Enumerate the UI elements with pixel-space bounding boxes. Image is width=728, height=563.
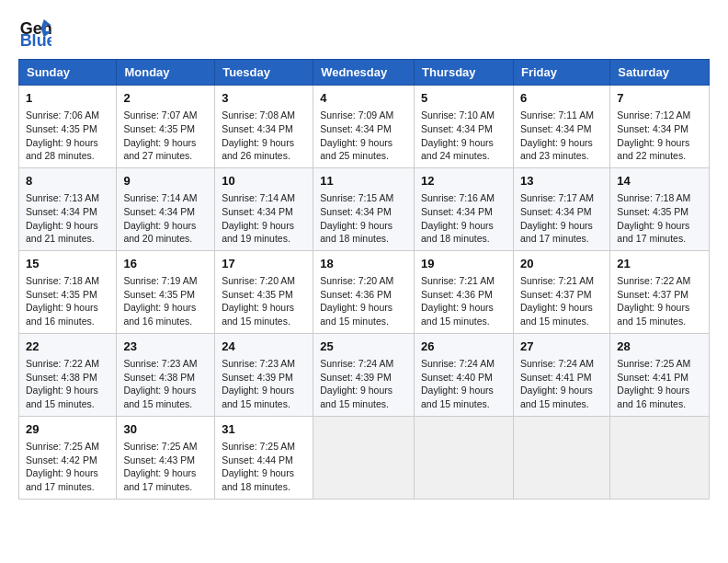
day-number: 24: [222, 339, 306, 355]
day-number: 1: [26, 90, 109, 107]
day-number: 28: [617, 339, 702, 355]
cell-info: Sunrise: 7:23 AMSunset: 4:39 PMDaylight:…: [222, 358, 295, 409]
calendar-cell: 9 Sunrise: 7:14 AMSunset: 4:34 PMDayligh…: [117, 167, 215, 250]
calendar-cell: 1 Sunrise: 7:06 AMSunset: 4:35 PMDayligh…: [19, 86, 117, 168]
calendar-cell: 21 Sunrise: 7:22 AMSunset: 4:37 PMDaylig…: [610, 250, 710, 333]
day-number: 29: [26, 421, 109, 438]
cell-info: Sunrise: 7:21 AMSunset: 4:36 PMDaylight:…: [421, 275, 495, 327]
day-number: 30: [123, 421, 208, 438]
cell-info: Sunrise: 7:18 AMSunset: 4:35 PMDaylight:…: [26, 275, 99, 327]
cell-info: Sunrise: 7:14 AMSunset: 4:34 PMDaylight:…: [123, 192, 197, 244]
cell-info: Sunrise: 7:25 AMSunset: 4:43 PMDaylight:…: [123, 441, 197, 492]
cell-info: Sunrise: 7:22 AMSunset: 4:38 PMDaylight:…: [26, 358, 99, 409]
day-number: 8: [26, 173, 109, 190]
day-number: 10: [222, 173, 306, 190]
calendar-cell: 14 Sunrise: 7:18 AMSunset: 4:35 PMDaylig…: [610, 167, 710, 250]
calendar-cell: 28 Sunrise: 7:25 AMSunset: 4:41 PMDaylig…: [610, 333, 710, 416]
cell-info: Sunrise: 7:24 AMSunset: 4:39 PMDaylight:…: [320, 358, 393, 409]
calendar-cell: 5 Sunrise: 7:10 AMSunset: 4:34 PMDayligh…: [415, 86, 514, 168]
calendar-cell: [415, 416, 514, 499]
calendar-cell: 23 Sunrise: 7:23 AMSunset: 4:38 PMDaylig…: [117, 333, 215, 416]
logo: General Blue: [18, 15, 51, 48]
cell-info: Sunrise: 7:25 AMSunset: 4:44 PMDaylight:…: [222, 441, 295, 492]
calendar-cell: 15 Sunrise: 7:18 AMSunset: 4:35 PMDaylig…: [19, 250, 117, 333]
day-number: 7: [617, 90, 702, 107]
calendar-cell: 29 Sunrise: 7:25 AMSunset: 4:42 PMDaylig…: [19, 416, 117, 499]
day-number: 14: [617, 173, 702, 190]
day-number: 19: [421, 256, 506, 272]
calendar-cell: [513, 416, 609, 499]
calendar-cell: 6 Sunrise: 7:11 AMSunset: 4:34 PMDayligh…: [513, 86, 609, 168]
cell-info: Sunrise: 7:12 AMSunset: 4:34 PMDaylight:…: [617, 109, 690, 161]
calendar-cell: 27 Sunrise: 7:24 AMSunset: 4:41 PMDaylig…: [513, 333, 609, 416]
cell-info: Sunrise: 7:10 AMSunset: 4:34 PMDaylight:…: [421, 109, 495, 161]
calendar-cell: 31 Sunrise: 7:25 AMSunset: 4:44 PMDaylig…: [215, 416, 313, 499]
calendar-cell: 2 Sunrise: 7:07 AMSunset: 4:35 PMDayligh…: [117, 86, 215, 168]
cell-info: Sunrise: 7:17 AMSunset: 4:34 PMDaylight:…: [520, 192, 594, 244]
cell-info: Sunrise: 7:25 AMSunset: 4:42 PMDaylight:…: [26, 441, 99, 492]
calendar-week-1: 1 Sunrise: 7:06 AMSunset: 4:35 PMDayligh…: [19, 86, 710, 168]
cell-info: Sunrise: 7:16 AMSunset: 4:34 PMDaylight:…: [421, 192, 495, 244]
calendar-cell: [610, 416, 710, 499]
calendar-cell: 20 Sunrise: 7:21 AMSunset: 4:37 PMDaylig…: [513, 250, 609, 333]
cell-info: Sunrise: 7:06 AMSunset: 4:35 PMDaylight:…: [26, 109, 99, 161]
calendar-header-tuesday: Tuesday: [215, 60, 313, 86]
cell-info: Sunrise: 7:20 AMSunset: 4:35 PMDaylight:…: [222, 275, 295, 327]
cell-info: Sunrise: 7:15 AMSunset: 4:34 PMDaylight:…: [320, 192, 393, 244]
day-number: 17: [222, 256, 306, 272]
cell-info: Sunrise: 7:24 AMSunset: 4:40 PMDaylight:…: [421, 358, 495, 409]
calendar-header-monday: Monday: [117, 60, 215, 86]
calendar-week-2: 8 Sunrise: 7:13 AMSunset: 4:34 PMDayligh…: [19, 167, 710, 250]
day-number: 23: [123, 339, 208, 355]
day-number: 12: [421, 173, 506, 190]
header: General Blue: [18, 15, 710, 48]
calendar-cell: 22 Sunrise: 7:22 AMSunset: 4:38 PMDaylig…: [19, 333, 117, 416]
calendar-cell: 18 Sunrise: 7:20 AMSunset: 4:36 PMDaylig…: [313, 250, 415, 333]
day-number: 4: [320, 90, 407, 107]
cell-info: Sunrise: 7:21 AMSunset: 4:37 PMDaylight:…: [520, 275, 594, 327]
day-number: 21: [617, 256, 702, 272]
calendar-cell: [313, 416, 415, 499]
calendar-header-row: SundayMondayTuesdayWednesdayThursdayFrid…: [19, 60, 710, 86]
day-number: 6: [520, 90, 603, 107]
cell-info: Sunrise: 7:25 AMSunset: 4:41 PMDaylight:…: [617, 358, 690, 409]
general-blue-logo-icon: General Blue: [18, 15, 51, 48]
calendar-table: SundayMondayTuesdayWednesdayThursdayFrid…: [18, 59, 710, 500]
day-number: 18: [320, 256, 407, 272]
day-number: 20: [520, 256, 603, 272]
day-number: 31: [222, 421, 306, 438]
calendar-cell: 7 Sunrise: 7:12 AMSunset: 4:34 PMDayligh…: [610, 86, 710, 168]
cell-info: Sunrise: 7:18 AMSunset: 4:35 PMDaylight:…: [617, 192, 690, 244]
cell-info: Sunrise: 7:22 AMSunset: 4:37 PMDaylight:…: [617, 275, 690, 327]
calendar-header-sunday: Sunday: [19, 60, 117, 86]
day-number: 27: [520, 339, 603, 355]
calendar-header-wednesday: Wednesday: [313, 60, 415, 86]
calendar-week-4: 22 Sunrise: 7:22 AMSunset: 4:38 PMDaylig…: [19, 333, 710, 416]
cell-info: Sunrise: 7:08 AMSunset: 4:34 PMDaylight:…: [222, 109, 295, 161]
day-number: 5: [421, 90, 506, 107]
day-number: 13: [520, 173, 603, 190]
day-number: 3: [222, 90, 306, 107]
calendar-cell: 10 Sunrise: 7:14 AMSunset: 4:34 PMDaylig…: [215, 167, 313, 250]
calendar-cell: 8 Sunrise: 7:13 AMSunset: 4:34 PMDayligh…: [19, 167, 117, 250]
cell-info: Sunrise: 7:11 AMSunset: 4:34 PMDaylight:…: [520, 109, 594, 161]
calendar-header-thursday: Thursday: [415, 60, 514, 86]
day-number: 22: [26, 339, 109, 355]
day-number: 25: [320, 339, 407, 355]
cell-info: Sunrise: 7:14 AMSunset: 4:34 PMDaylight:…: [222, 192, 295, 244]
cell-info: Sunrise: 7:23 AMSunset: 4:38 PMDaylight:…: [123, 358, 197, 409]
calendar-week-5: 29 Sunrise: 7:25 AMSunset: 4:42 PMDaylig…: [19, 416, 710, 499]
day-number: 16: [123, 256, 208, 272]
day-number: 15: [26, 256, 109, 272]
calendar-cell: 12 Sunrise: 7:16 AMSunset: 4:34 PMDaylig…: [415, 167, 514, 250]
calendar-header-saturday: Saturday: [610, 60, 710, 86]
calendar-cell: 19 Sunrise: 7:21 AMSunset: 4:36 PMDaylig…: [415, 250, 514, 333]
calendar-cell: 24 Sunrise: 7:23 AMSunset: 4:39 PMDaylig…: [215, 333, 313, 416]
day-number: 11: [320, 173, 407, 190]
calendar-cell: 16 Sunrise: 7:19 AMSunset: 4:35 PMDaylig…: [117, 250, 215, 333]
calendar-cell: 13 Sunrise: 7:17 AMSunset: 4:34 PMDaylig…: [513, 167, 609, 250]
calendar-header-friday: Friday: [513, 60, 609, 86]
calendar-cell: 3 Sunrise: 7:08 AMSunset: 4:34 PMDayligh…: [215, 86, 313, 168]
calendar-week-3: 15 Sunrise: 7:18 AMSunset: 4:35 PMDaylig…: [19, 250, 710, 333]
cell-info: Sunrise: 7:13 AMSunset: 4:34 PMDaylight:…: [26, 192, 99, 244]
